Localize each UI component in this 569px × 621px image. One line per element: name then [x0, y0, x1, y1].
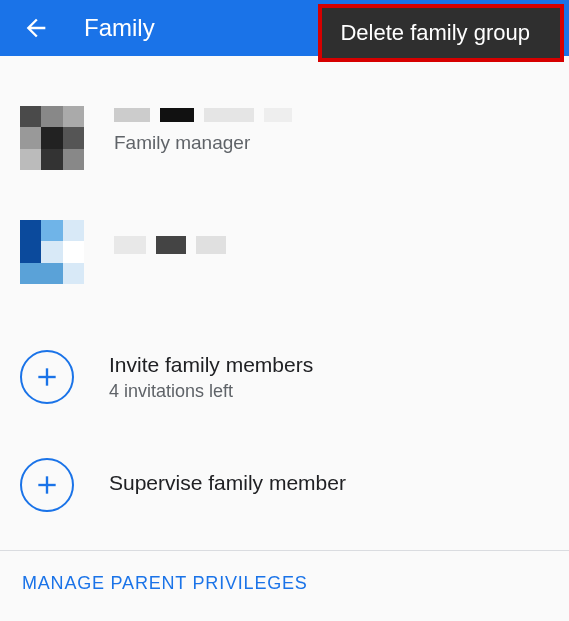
member-info: Family manager — [114, 106, 292, 154]
back-button[interactable] — [16, 8, 56, 48]
invite-subtitle: 4 invitations left — [109, 381, 313, 402]
member-info — [114, 220, 226, 264]
arrow-back-icon — [22, 14, 50, 42]
action-text: Invite family members 4 invitations left — [109, 353, 313, 402]
delete-family-group-item[interactable]: Delete family group — [340, 20, 530, 46]
family-member-row[interactable] — [0, 190, 569, 304]
content-area: Family manager Invite family members 4 i… — [0, 56, 569, 598]
app-header: Family Delete family group — [0, 0, 569, 56]
family-member-row[interactable]: Family manager — [0, 96, 569, 190]
supervise-family-member-button[interactable]: Supervise family member — [0, 440, 569, 530]
page-title: Family — [84, 14, 155, 42]
divider — [0, 550, 569, 551]
member-role: Family manager — [114, 132, 292, 154]
overflow-menu[interactable]: Delete family group — [318, 4, 564, 62]
avatar — [20, 106, 84, 170]
supervise-title: Supervise family member — [109, 471, 346, 495]
member-name-redacted — [114, 108, 292, 122]
manage-parent-privileges-link[interactable]: MANAGE PARENT PRIVILEGES — [0, 569, 569, 598]
plus-icon — [34, 364, 60, 390]
plus-circle-icon — [20, 350, 74, 404]
plus-icon — [34, 472, 60, 498]
invite-title: Invite family members — [109, 353, 313, 377]
member-name-redacted — [114, 236, 226, 254]
avatar — [20, 220, 84, 284]
plus-circle-icon — [20, 458, 74, 512]
action-text: Supervise family member — [109, 471, 346, 499]
invite-family-members-button[interactable]: Invite family members 4 invitations left — [0, 332, 569, 422]
